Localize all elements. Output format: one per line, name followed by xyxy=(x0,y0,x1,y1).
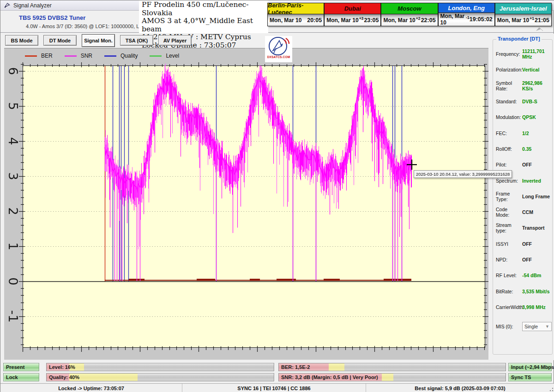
field-label: RollOff: xyxy=(496,146,522,152)
field-label: Standard: xyxy=(496,99,522,104)
gauge-label: Quality: 40% xyxy=(49,374,79,380)
gauge-label: BER: 1,5E-2 xyxy=(281,364,310,370)
field-label: NPD: xyxy=(496,257,522,262)
transponder-row-rf-level-: RF Level:-54 dBm xyxy=(493,267,552,283)
gauge-level: Level: 16% xyxy=(46,363,274,371)
bar-label: Present xyxy=(6,364,24,370)
gauge-fill-yellow-zone xyxy=(329,363,344,371)
transponder-row-code-mode-: Code Mode:CCM xyxy=(493,204,552,220)
field-value: Transport xyxy=(522,225,544,231)
gauge-fill-yellow-zone xyxy=(382,374,393,381)
signal-chart-panel: BERSNRQualityLevel 2025-03-10 20.04.12, … xyxy=(4,48,488,360)
transponder-row-bitrate-: BitRate:3,535 Mbit/s xyxy=(493,283,552,299)
field-value: DVB-S xyxy=(522,99,537,104)
transponder-row-polarization-: Polarization:Vertical xyxy=(493,62,552,77)
clock-time: 19:05:02 xyxy=(470,16,493,23)
field-label: BitRate: xyxy=(496,289,522,294)
mis-dropdown[interactable]: Single ▼ xyxy=(522,322,552,331)
tab-tsa-ok-[interactable]: TSA (OK) xyxy=(120,35,153,46)
indicator-input-mbps-: Input (~2,94 Mbps) xyxy=(508,363,552,371)
world-clocks: Berlin-Paris-Lučenec Mon, Mar 10 20:05 D… xyxy=(267,3,552,26)
clock-time: 21:05 xyxy=(535,17,549,24)
bar-label: Sync TS xyxy=(511,374,531,380)
transponder-row-stream-type-: Stream type:Transport xyxy=(493,220,552,236)
clock-time: 23:05 xyxy=(364,17,379,24)
dxsatcs-dish-icon xyxy=(267,36,290,56)
field-value: QPSK xyxy=(522,114,536,120)
chart-tooltip: 2025-03-10 20.04.12, value: 3,2999999523… xyxy=(414,170,512,178)
field-value: OFF xyxy=(522,241,532,247)
field-label: Symbol Rate: xyxy=(496,80,522,91)
indicator-present: Present xyxy=(3,363,39,371)
transponder-rows: Frequency:11211,701 MHzPolarization:Vert… xyxy=(493,46,552,334)
chart-canvas[interactable] xyxy=(4,48,488,360)
transponder-row-mis: MIS (0): Single ▼ xyxy=(493,319,552,334)
clock-date: Mon, Mar 10 xyxy=(326,17,358,24)
window-title: Signal Analyzer xyxy=(13,2,52,9)
field-label: Spectrum: xyxy=(496,178,522,184)
annotation-line-satellite: AMOS 3 at 4,0°W_Middle East beam xyxy=(142,17,265,33)
gauge-snr: SNR: 3,2 dB (Margin: 0,5 dB | Very Poor) xyxy=(278,373,506,381)
transponder-row-modulation-: Modulation:QPSK xyxy=(493,109,552,125)
signal-status-bars: PresentLevel: 16%BER: 1,5E-2Input (~2,94… xyxy=(0,362,554,383)
statusbar: Locked -> Uptime: 73:05:07SYNC 16 | TEI … xyxy=(0,383,554,392)
clock-dubai: Dubai Mon, Mar 10 +3 23:05 xyxy=(324,3,381,26)
clock-date: Mon, Mar 10 xyxy=(497,17,529,24)
tab-signal-mon-[interactable]: Signal Mon. xyxy=(82,34,115,47)
transponder-row-fec-: FEC:1/2 xyxy=(493,125,552,141)
field-label: MIS (0): xyxy=(496,324,522,329)
transponder-row-carrierwidth-: CarrierWidth:3,998 MHz xyxy=(493,299,552,315)
clock-berlin-paris-lu-enec: Berlin-Paris-Lučenec Mon, Mar 10 20:05 xyxy=(267,3,324,26)
clock-utc-offset: +2 xyxy=(416,16,421,21)
clock-date: Mon, Mar 10 xyxy=(383,17,415,24)
clock-jerusalem-israel: Jerusalem-Israel Mon, Mar 10 +1 21:05 xyxy=(495,3,552,26)
field-label: ISSYI xyxy=(496,241,522,247)
field-value: 2962,986 KS/s xyxy=(522,80,552,91)
clock-city: Berlin-Paris-Lučenec xyxy=(268,3,324,14)
field-value: CCM xyxy=(522,209,533,215)
annotation-text-block: PF Prodelin 450 cm/Lučenec-Slovakia AMOS… xyxy=(139,0,268,33)
clock-city: Moscow xyxy=(381,3,437,14)
status-section-1: SYNC 16 | TEI 10746 | CC 1886 xyxy=(182,384,366,392)
transponder-sidebar: Transponder [DT] Frequency:11211,701 MHz… xyxy=(491,34,554,360)
annotation-line-antenna: PF Prodelin 450 cm/Lučenec-Slovakia xyxy=(142,1,265,17)
field-value: Long Frame xyxy=(522,194,550,199)
indicator-lock: Lock xyxy=(3,373,39,381)
clock-date: Mon, Mar 10 xyxy=(270,17,301,24)
field-value: 3,998 MHz xyxy=(522,304,546,310)
tab-av-player[interactable]: AV Player xyxy=(158,35,192,46)
field-value: Inverted xyxy=(522,178,541,184)
tab-bs-mode[interactable]: BS Mode xyxy=(5,35,38,46)
clock-time: 20:05 xyxy=(307,17,322,24)
field-label: Polarization: xyxy=(496,67,522,72)
resize-grip[interactable] xyxy=(548,386,554,392)
app-dish-icon xyxy=(4,2,11,9)
bar-label: Input (~2,94 Mbps) xyxy=(511,364,554,370)
field-value: 3,535 Mbit/s xyxy=(522,289,550,294)
dxsatcs-logo: DXSATCS.COM xyxy=(265,36,292,62)
field-label: FEC: xyxy=(496,131,522,136)
field-label: Pilot: xyxy=(496,162,522,167)
bar-label: Lock xyxy=(6,374,18,380)
tuner-name: TBS 5925 DVBS2 Tuner xyxy=(19,14,85,21)
clock-date: Mon, Mar 10 xyxy=(440,13,466,26)
clock-city: Jerusalem-Israel xyxy=(495,3,551,14)
field-label: Stream type: xyxy=(496,222,522,233)
gauge-label: SNR: 3,2 dB (Margin: 0,5 dB | Very Poor) xyxy=(281,374,378,380)
header-divider xyxy=(0,32,554,33)
gauge-fill-yellow-zone xyxy=(69,374,138,381)
clock-utc-offset: +3 xyxy=(359,16,364,21)
status-section-0: Locked -> Uptime: 73:05:07 xyxy=(0,384,182,392)
tab-dt-mode[interactable]: DT Mode xyxy=(43,35,77,46)
field-value: 0.35 xyxy=(522,146,531,152)
field-label: RF Level: xyxy=(496,273,522,278)
field-label: Frame Type: xyxy=(496,191,522,202)
clock-city: Dubai xyxy=(325,3,380,14)
field-value: -54 dBm xyxy=(522,273,541,278)
transponder-row-frequency-: Frequency:11211,701 MHz xyxy=(493,46,552,62)
field-label: Modulation: xyxy=(496,114,522,120)
transponder-row-rolloff-: RollOff:0.35 xyxy=(493,141,552,157)
signal-analyzer-window: Signal Analyzer TBS 5925 DVBS2 Tuner 4.0… xyxy=(0,0,554,392)
gauge-ber: BER: 1,5E-2 xyxy=(278,363,506,371)
field-label: Frequency: xyxy=(496,51,522,57)
